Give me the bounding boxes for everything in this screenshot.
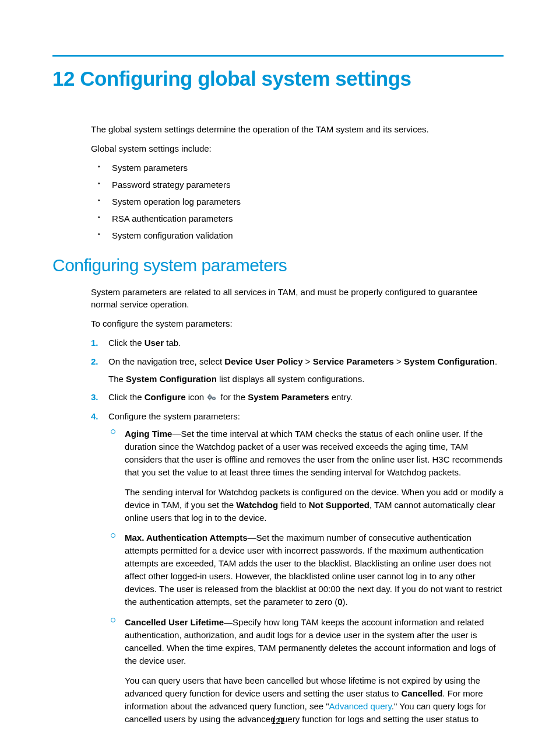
bold-text: 0 — [337, 597, 342, 607]
step-text: for the — [221, 392, 248, 402]
step-text: On the navigation tree, select — [108, 356, 224, 366]
bullet-item: Password strategy parameters — [91, 178, 504, 191]
param-text: field to — [278, 500, 309, 510]
page-number: 121 — [0, 716, 556, 726]
step-text: The — [108, 374, 126, 384]
bold-text: System Configuration — [404, 356, 495, 366]
step-3: 3. Click the Configure icon for the Syst… — [91, 391, 504, 404]
bullet-item: System configuration validation — [91, 229, 504, 242]
section-title: Configuring system parameters — [52, 256, 504, 275]
bold-text: Watchdog — [236, 500, 278, 510]
param-cancelled-lifetime: Cancelled User Lifetime—Specify how long… — [108, 616, 504, 726]
bold-text: Not Supported — [309, 500, 370, 510]
step-text: entry. — [329, 392, 353, 402]
step-sub-text: The System Configuration list displays a… — [108, 373, 504, 386]
bullet-item: System parameters — [91, 162, 504, 174]
step-text: > — [394, 356, 404, 366]
param-aging-time: Aging Time—Set the time interval at whic… — [108, 428, 504, 524]
param-text: ). — [343, 597, 348, 607]
step-number: 3. — [91, 391, 98, 404]
param-text: —Set the maximum number of consecutive a… — [125, 533, 502, 607]
svg-rect-1 — [210, 394, 211, 396]
steps-list: 1. Click the User tab. 2. On the navigat… — [91, 337, 504, 726]
svg-rect-4 — [212, 397, 213, 398]
step-text: list displays all system configurations. — [217, 374, 364, 384]
circle-bullet-icon — [111, 429, 115, 434]
param-label: Cancelled User Lifetime — [125, 617, 224, 627]
step-4: 4. Configure the system parameters: Agin… — [91, 410, 504, 726]
param-list: Aging Time—Set the time interval at whic… — [108, 428, 504, 726]
svg-point-5 — [209, 397, 210, 398]
intro-paragraph-1: The global system settings determine the… — [91, 123, 504, 135]
circle-bullet-icon — [111, 533, 115, 538]
bold-text: System Configuration — [126, 374, 217, 384]
step-text: tab. — [164, 338, 181, 348]
step-number: 2. — [91, 355, 98, 368]
step-text: Click the — [108, 338, 145, 348]
configure-icon — [207, 391, 217, 404]
bullet-item: System operation log parameters — [91, 195, 504, 208]
step-text: > — [303, 356, 313, 366]
step-number: 4. — [91, 410, 98, 423]
step-text: . — [495, 356, 497, 366]
circle-bullet-icon — [111, 618, 115, 622]
bold-text: Service Parameters — [313, 356, 394, 366]
chapter-title: 12 Configuring global system settings — [52, 67, 504, 90]
svg-rect-3 — [207, 397, 208, 398]
step-1: 1. Click the User tab. — [91, 337, 504, 349]
step-text: Click the — [108, 392, 145, 402]
svg-point-7 — [213, 398, 214, 400]
bold-text: Configure — [145, 392, 186, 402]
bold-text: User — [145, 338, 164, 348]
bold-text: System Parameters — [248, 392, 329, 402]
svg-rect-2 — [210, 400, 211, 401]
param-follow: The sending interval for Watchdog packet… — [125, 486, 504, 524]
section-paragraph-2: To configure the system parameters: — [91, 317, 504, 330]
bold-text: Cancelled — [401, 688, 442, 698]
bullet-item: RSA authentication parameters — [91, 212, 504, 225]
param-text: —Set the time interval at which TAM chec… — [125, 429, 502, 477]
param-label: Max. Authentication Attempts — [125, 533, 248, 542]
advanced-query-link[interactable]: Advanced query — [329, 701, 392, 711]
top-rule — [52, 55, 504, 57]
intro-bullet-list: System parameters Password strategy para… — [91, 162, 504, 242]
bold-text: Device User Policy — [224, 356, 302, 366]
param-label: Aging Time — [125, 429, 172, 439]
param-max-auth: Max. Authentication Attempts—Set the max… — [108, 531, 504, 608]
section-paragraph-1: System parameters are related to all ser… — [91, 286, 504, 310]
intro-paragraph-2: Global system settings include: — [91, 142, 504, 155]
step-2: 2. On the navigation tree, select Device… — [91, 355, 504, 386]
step-text: icon — [186, 392, 207, 402]
step-number: 1. — [91, 337, 98, 349]
step-text: Configure the system parameters: — [108, 411, 240, 421]
